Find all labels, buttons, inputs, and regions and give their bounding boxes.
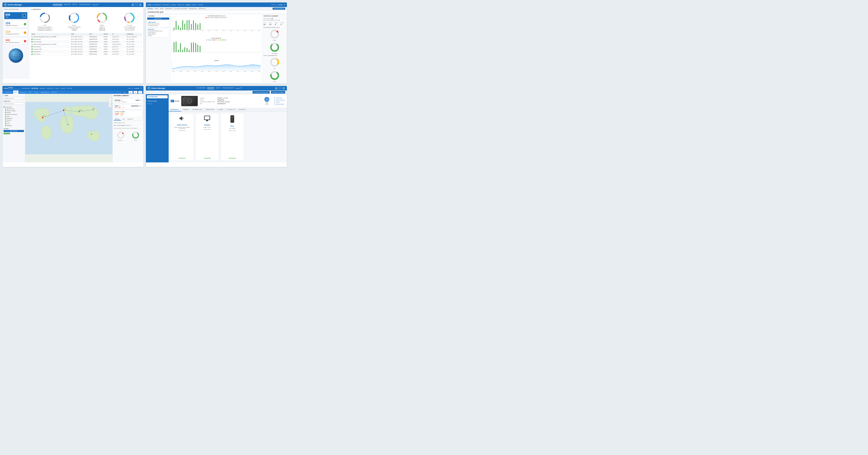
dm4-dashboard-btn[interactable]: DASHBOARD bbox=[147, 95, 167, 98]
action-collect-logs[interactable]: Collect logs bbox=[274, 97, 285, 99]
nav-system[interactable]: SYSTEM bbox=[197, 4, 203, 6]
dm4-nav-monitor[interactable]: MONITOR bbox=[207, 87, 214, 89]
svg-text:Tokyo: Tokyo bbox=[93, 108, 95, 109]
view-btn[interactable]: ☰ bbox=[138, 91, 142, 94]
tab-groups[interactable]: GROUPS bbox=[50, 91, 58, 94]
ns-tab-links[interactable]: Links bbox=[121, 118, 126, 121]
ovoc-sub-nav: DEVICES LINES SITES ENDPOINTS AD USER LO… bbox=[146, 7, 287, 10]
nav-epios[interactable]: EPIOSNTF bbox=[93, 4, 99, 6]
ns-tab-devices[interactable]: Devices bbox=[114, 118, 121, 121]
add-filter-btn2[interactable]: ADD FILTER bbox=[3, 130, 24, 132]
tab-network-info[interactable]: NETWORK INFO bbox=[191, 108, 204, 111]
add-filter-btn[interactable]: ADD FILTER bbox=[147, 18, 169, 20]
map-nav-alarms[interactable]: ALARMS bbox=[40, 88, 45, 89]
map-nav-system[interactable]: SYSTEM bbox=[66, 88, 72, 89]
user-icon[interactable]: 👤 bbox=[135, 3, 138, 6]
table-row[interactable]: Ganit Sharon bbox=[31, 53, 70, 55]
map-nav-users[interactable]: USERS bbox=[61, 88, 65, 89]
tab-actions-list[interactable]: ACTIONS LIST bbox=[225, 108, 237, 111]
map-nav-dashboard[interactable]: DASHBOARD bbox=[22, 88, 30, 89]
table-row[interactable]: Reception 4004 bbox=[31, 48, 70, 51]
filter-btn[interactable]: ⊞ bbox=[133, 91, 137, 94]
zoom-out[interactable]: - bbox=[108, 98, 112, 101]
zoom-in[interactable]: + bbox=[108, 95, 112, 98]
table-row[interactable]: Robert Redman@audiocodes.com 00008F014c0… bbox=[31, 43, 70, 45]
tab-endpoints[interactable]: ENDPOINTS ▾ bbox=[39, 91, 50, 94]
tab-peripherals[interactable]: PERIPHERALS bbox=[168, 108, 181, 111]
dm4-nav-setup[interactable]: SETUP bbox=[216, 87, 220, 89]
map-nav-statistics[interactable]: STATISTICS bbox=[46, 88, 54, 89]
tab-alarms[interactable]: ALARMS bbox=[216, 108, 225, 111]
nav-dashboard[interactable]: DASHBOARD bbox=[53, 4, 62, 6]
monitor-icon: 🖥 bbox=[22, 13, 26, 18]
network-topology-btn[interactable]: ⊞ Network Topology bbox=[271, 91, 285, 94]
dm4-logo: Device Manager bbox=[148, 87, 165, 90]
nav-dashboard[interactable]: DASHBOARD bbox=[153, 4, 161, 6]
tab-topology[interactable]: TOPOLOGY bbox=[4, 91, 13, 94]
fair-donut-label: Fair bbox=[274, 68, 276, 69]
action-update-software[interactable]: Update software bbox=[274, 99, 285, 101]
tab-ad-user[interactable]: AD USER LOCATIONS bbox=[174, 8, 187, 9]
globe-image bbox=[9, 48, 23, 63]
tab-map[interactable]: MAP bbox=[13, 91, 19, 94]
nav-network[interactable]: NETWORK bbox=[162, 4, 169, 6]
export-btn[interactable]: ▤ bbox=[128, 91, 133, 94]
nav-users[interactable]: USERS bbox=[192, 4, 196, 6]
nav-monitor[interactable]: MONITOR bbox=[64, 4, 71, 6]
map-nav-network[interactable]: NETWORK bbox=[31, 88, 38, 89]
tab-reports[interactable]: REPORTS ▾ bbox=[198, 8, 206, 9]
tab-lines[interactable]: LINES bbox=[155, 8, 158, 9]
tab-summary[interactable]: SUMMARY bbox=[181, 108, 191, 111]
ns-expand[interactable]: › bbox=[142, 96, 143, 97]
auto-refresh-btn[interactable]: Stop Auto Refresh bbox=[273, 8, 285, 10]
success-bar bbox=[174, 28, 175, 30]
table-row[interactable]: Rosy Kamran bbox=[31, 38, 70, 40]
ns-tab-endpoints[interactable]: Endpoints bbox=[126, 118, 134, 121]
dm4-nav-troubleshoot[interactable]: TROUBLESHOOT bbox=[222, 87, 234, 89]
dm4-nav-epios[interactable]: EPIOSNTF bbox=[236, 87, 242, 89]
tab-devices[interactable]: DEVICES ▾ bbox=[19, 91, 27, 94]
table-row[interactable]: Adi Rosenberg@audiocodes.com 00008F0ec23 bbox=[31, 36, 70, 38]
chart3-xaxis: 08:0009:0010:0011:0012:0013:0014:0015:00… bbox=[172, 71, 261, 72]
nav-calls[interactable]: CALLS bbox=[186, 4, 190, 6]
table-row[interactable]: Eytan Barnes bbox=[31, 51, 70, 53]
map-nav-calls[interactable]: CALLS bbox=[55, 88, 60, 89]
topology-search2[interactable] bbox=[3, 102, 24, 105]
tab-sites[interactable]: SITES bbox=[160, 8, 163, 9]
rcu-icon bbox=[230, 115, 235, 124]
table-row[interactable]: Leon Kraimer bbox=[31, 45, 70, 48]
status-val: Registering bbox=[217, 99, 224, 101]
nav-setup[interactable]: SETUP bbox=[72, 4, 77, 6]
settings-icon[interactable]: ⚙ bbox=[139, 3, 142, 6]
dm4-user-icon[interactable]: 👤 bbox=[279, 87, 281, 90]
filter-item-1: TIME RANGE FROM: 10 Sep 21 18:00TO: 30 N… bbox=[147, 21, 169, 27]
topology-search[interactable] bbox=[3, 97, 24, 100]
tab-advanced[interactable]: ADVANCED bbox=[237, 108, 247, 111]
dm4-settings-icon[interactable]: ⚙ bbox=[282, 87, 285, 90]
disconnected-num: 341 bbox=[5, 39, 20, 41]
nav-troubleshoot[interactable]: TROUBLESHOOT bbox=[79, 4, 91, 6]
tab-devices[interactable]: DEVICES bbox=[148, 8, 153, 9]
dm4-search-icon[interactable]: ⊕ bbox=[275, 87, 278, 90]
action-restart[interactable]: Restart bbox=[274, 101, 285, 103]
search-icon[interactable]: ⊕ bbox=[131, 3, 134, 6]
map-home[interactable]: ⌂ bbox=[108, 101, 112, 104]
failed-bar bbox=[173, 46, 174, 52]
generate-config-btn[interactable]: ⚙ Generate Configuration bbox=[252, 91, 270, 94]
add-btn[interactable]: ADD ▾ bbox=[122, 91, 128, 93]
nav-statistics[interactable]: STATISTICS bbox=[177, 4, 185, 6]
dm4-nav-device-status[interactable]: ▸ Devices Status bbox=[147, 100, 167, 102]
tab-pm-profiles[interactable]: PM PROFILES bbox=[189, 8, 197, 9]
tab-sites[interactable]: SITES bbox=[33, 91, 39, 94]
map-expand[interactable]: ⤢ bbox=[108, 104, 112, 107]
nav-alarms[interactable]: ALARMS bbox=[170, 4, 176, 6]
success-bar bbox=[199, 23, 200, 30]
dm4-nav-dashboard[interactable]: DASHBOARD bbox=[196, 87, 206, 89]
dm4-nav-alarms[interactable]: ▸ Alarms bbox=[147, 102, 167, 105]
tab-lines[interactable]: LINES bbox=[27, 91, 33, 94]
ac-logo-svg: ac bbox=[171, 100, 174, 102]
table-row[interactable]: Colin Saturday bbox=[31, 40, 70, 43]
tab-endpoints[interactable]: ENDPOINTS bbox=[165, 8, 173, 9]
action-refresh-details[interactable]: Refresh details bbox=[274, 103, 285, 105]
tab-version-info[interactable]: VERSION INFO bbox=[204, 108, 216, 111]
